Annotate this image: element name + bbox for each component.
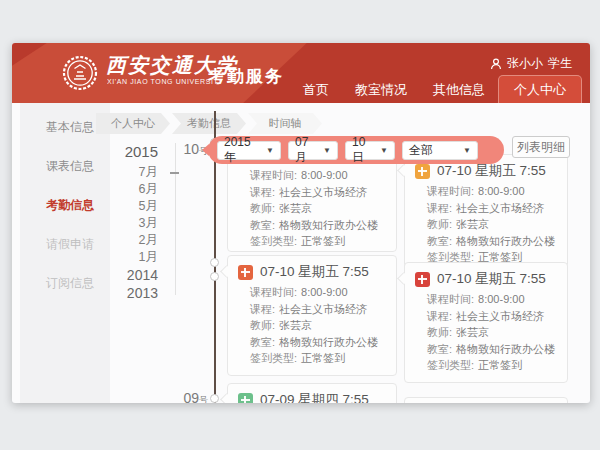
card-title: 07-10 星期五 7:55 [437,270,546,288]
month-list-divider [175,143,176,295]
card-title: 07-10 星期五 7:55 [437,162,546,180]
breadcrumb: 个人中心 考勤信息 时间轴 [96,113,324,134]
card-tail [397,272,410,285]
university-name-en: XI'AN JIAO TONG UNIVERSITY [107,78,224,85]
timeline-year-2014[interactable]: 2014 [108,266,158,284]
attendance-card[interactable] [404,397,568,403]
attendance-card[interactable]: 07-10 星期五 7:55 课程时间:8:00-9:00 课程:社会主义市场经… [227,255,397,376]
nav-other-info[interactable]: 其他信息 [420,76,498,103]
filter-bar-tail [202,144,209,156]
chevron-down-icon: ▼ [463,146,471,155]
sidebar-item-attendance[interactable]: 考勤信息 [20,191,110,220]
sidebar-item-subscription[interactable]: 订阅信息 [20,269,110,298]
timeline-year-2013[interactable]: 2013 [108,284,158,302]
timeline-month-feb[interactable]: 2月 [108,232,158,249]
day-marker-09: 09号 [170,389,208,403]
page-title: 考勤服务 [208,65,284,88]
user-role: 学生 [548,55,572,72]
timeline-node [210,272,219,281]
breadcrumb-attendance[interactable]: 考勤信息 [172,113,246,134]
attendance-status-icon [238,265,253,280]
attendance-card[interactable]: 07-10 星期五 7:55 课程时间:8:00-9:00 课程:社会主义市场经… [404,154,568,275]
chevron-down-icon: ▼ [380,146,388,155]
user-name: 张小小 [507,55,543,72]
month-dropdown[interactable]: 07月 ▼ [288,141,338,160]
selected-month-tick [170,172,179,174]
attendance-card[interactable]: 07-10 星期五 7:55 课程时间:8:00-9:00 课程:社会主义市场经… [404,262,568,383]
sidebar-item-timetable[interactable]: 课表信息 [20,152,110,181]
timeline-node [210,258,219,267]
attendance-status-icon [238,393,253,404]
chevron-down-icon: ▼ [323,146,331,155]
main-nav: 首页 教室情况 其他信息 个人中心 [290,75,582,103]
person-icon [490,58,502,70]
attendance-status-icon [415,164,430,179]
timeline-month-jul[interactable]: 7月 [108,164,158,181]
attendance-status-icon [415,272,430,287]
nav-home[interactable]: 首页 [290,76,342,103]
app-header: 西安交通大学 XI'AN JIAO TONG UNIVERSITY 考勤服务 张… [12,43,590,103]
chevron-down-icon: ▼ [266,146,274,155]
timeline-month-mar[interactable]: 3月 [108,215,158,232]
timeline-year-2015[interactable]: 2015 [108,140,158,164]
list-detail-button[interactable]: 列表明细 [512,136,570,158]
nav-personal-center[interactable]: 个人中心 [498,75,582,103]
app-window: 西安交通大学 XI'AN JIAO TONG UNIVERSITY 考勤服务 张… [12,43,590,403]
type-dropdown[interactable]: 全部 ▼ [402,141,478,160]
breadcrumb-personal-center[interactable]: 个人中心 [96,113,170,134]
year-dropdown[interactable]: 2015年 ▼ [217,141,281,160]
card-title: 07-09 星期四 7:55 [260,391,369,403]
university-logo-icon [62,55,98,91]
card-tail [220,265,233,278]
sidebar: 基本信息 课表信息 考勤信息 请假申请 订阅信息 [20,103,110,403]
card-tail [397,164,410,177]
nav-classrooms[interactable]: 教室情况 [342,76,420,103]
user-info[interactable]: 张小小 学生 [490,55,572,72]
timeline-month-jan[interactable]: 1月 [108,249,158,266]
timeline-node [210,394,219,403]
day-dropdown[interactable]: 10日 ▼ [345,141,395,160]
card-title: 07-10 星期五 7:55 [260,263,369,281]
attendance-card[interactable]: 07-09 星期四 7:55 [227,383,397,403]
timeline-year-month-nav: 2015 7月 6月 5月 3月 2月 1月 2014 2013 [108,140,158,302]
timeline-month-may[interactable]: 5月 [108,198,158,215]
card-tail [220,393,233,403]
sidebar-item-leave-request[interactable]: 请假申请 [20,230,110,259]
timeline-month-jun[interactable]: 6月 [108,181,158,198]
breadcrumb-timeline[interactable]: 时间轴 [248,113,322,134]
date-filter-bar: 2015年 ▼ 07月 ▼ 10日 ▼ 全部 ▼ [208,136,504,164]
